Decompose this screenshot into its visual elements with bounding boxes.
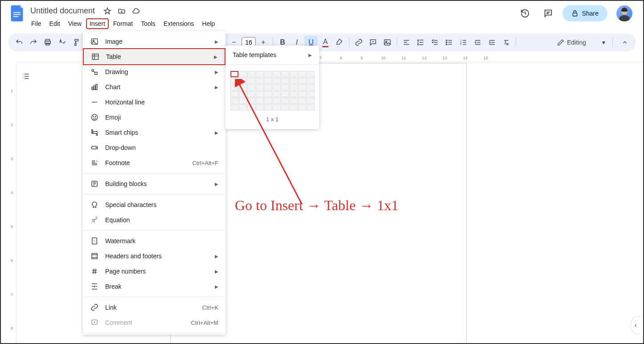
table-grid-cell[interactable] <box>239 98 247 104</box>
insert-building-blocks[interactable]: Building blocks▶ <box>83 176 226 191</box>
table-grid-cell[interactable] <box>247 104 255 111</box>
account-avatar[interactable] <box>616 5 632 21</box>
table-grid-cell[interactable] <box>298 84 306 91</box>
insert-chart[interactable]: Chart▶ <box>83 79 226 95</box>
table-grid-cell[interactable] <box>230 104 238 111</box>
table-grid-cell[interactable] <box>298 78 306 84</box>
table-grid-cell[interactable] <box>290 71 298 77</box>
insert-equation[interactable]: π2Equation <box>83 212 226 228</box>
insert-drop-down[interactable]: Drop-down <box>83 140 226 155</box>
side-panel-toggle[interactable]: ‹ <box>631 316 640 334</box>
table-grid-cell[interactable] <box>264 104 272 111</box>
table-size-grid[interactable] <box>226 67 319 114</box>
menu-insert[interactable]: Insert <box>86 18 109 29</box>
table-grid-cell[interactable] <box>281 71 289 77</box>
table-grid-cell[interactable] <box>256 84 264 91</box>
insert-horizontal-line[interactable]: Horizontal line <box>83 95 226 110</box>
insert-emoji[interactable]: Emoji <box>83 110 226 125</box>
table-grid-cell[interactable] <box>247 98 255 104</box>
history-icon[interactable] <box>516 4 534 22</box>
insert-page-numbers[interactable]: Page numbers▶ <box>83 264 226 279</box>
table-grid-cell[interactable] <box>230 91 238 97</box>
insert-special-characters[interactable]: Special characters <box>83 197 226 212</box>
table-grid-cell[interactable] <box>264 84 272 91</box>
table-grid-cell[interactable] <box>281 91 289 97</box>
table-grid-cell[interactable] <box>273 104 281 111</box>
table-grid-cell[interactable] <box>281 78 289 84</box>
table-grid-cell[interactable] <box>264 98 272 104</box>
table-grid-cell[interactable] <box>307 78 315 84</box>
table-grid-cell[interactable] <box>298 91 306 97</box>
print-button[interactable] <box>41 36 54 49</box>
insert-image[interactable]: Image▶ <box>83 34 226 49</box>
editing-mode-button[interactable]: Editing ▾ <box>553 36 610 49</box>
star-icon[interactable] <box>103 7 112 16</box>
table-grid-cell[interactable] <box>307 71 315 77</box>
table-grid-cell[interactable] <box>256 78 264 84</box>
clear-formatting-button[interactable] <box>500 36 513 49</box>
menu-edit[interactable]: Edit <box>46 18 64 29</box>
table-grid-cell[interactable] <box>273 84 281 91</box>
table-grid-cell[interactable] <box>290 84 298 91</box>
share-button[interactable]: Share <box>562 5 607 21</box>
table-templates-item[interactable]: Table templates ▶ <box>226 48 319 62</box>
table-grid-cell[interactable] <box>239 78 247 84</box>
highlight-button[interactable] <box>333 36 346 49</box>
text-color-button[interactable]: A <box>319 36 332 49</box>
table-grid-cell[interactable] <box>281 84 289 91</box>
insert-table[interactable]: Table▶ <box>83 48 226 65</box>
table-grid-cell[interactable] <box>307 98 315 104</box>
indent-increase-button[interactable] <box>485 36 499 49</box>
undo-button[interactable] <box>12 36 26 49</box>
table-grid-cell[interactable] <box>290 104 298 111</box>
redo-button[interactable] <box>27 36 40 49</box>
comments-icon[interactable] <box>539 4 557 22</box>
insert-link-button[interactable] <box>352 36 365 49</box>
cloud-status-icon[interactable] <box>131 7 140 16</box>
collapse-toolbar-button[interactable] <box>618 36 632 49</box>
table-grid-cell[interactable] <box>239 104 247 111</box>
table-grid-cell[interactable] <box>264 71 272 77</box>
align-button[interactable] <box>400 36 413 49</box>
outline-toggle-button[interactable] <box>19 69 33 83</box>
table-grid-cell[interactable] <box>273 91 281 97</box>
table-grid-cell[interactable] <box>247 91 255 97</box>
spellcheck-button[interactable] <box>55 36 69 49</box>
table-grid-cell[interactable] <box>307 84 315 91</box>
table-grid-cell[interactable] <box>256 98 264 104</box>
table-grid-cell[interactable] <box>307 104 315 111</box>
insert-link[interactable]: LinkCtrl+K <box>83 300 226 315</box>
insert-break[interactable]: Break▶ <box>83 279 226 294</box>
indent-decrease-button[interactable] <box>471 36 484 49</box>
table-grid-cell[interactable] <box>256 91 264 97</box>
docs-logo[interactable] <box>8 4 26 22</box>
table-grid-cell[interactable] <box>230 71 238 77</box>
menu-tools[interactable]: Tools <box>137 18 159 29</box>
insert-drawing[interactable]: Drawing▶ <box>83 64 226 79</box>
table-grid-cell[interactable] <box>273 78 281 84</box>
table-grid-cell[interactable] <box>273 98 281 104</box>
table-grid-cell[interactable] <box>281 104 289 111</box>
document-title[interactable]: Untitled document <box>28 5 98 17</box>
insert-footnote[interactable]: 1FootnoteCtrl+Alt+F <box>83 155 226 170</box>
table-grid-cell[interactable] <box>290 91 298 97</box>
table-grid-cell[interactable] <box>239 71 247 77</box>
table-grid-cell[interactable] <box>247 84 255 91</box>
menu-format[interactable]: Format <box>110 18 136 29</box>
table-grid-cell[interactable] <box>290 98 298 104</box>
menu-extensions[interactable]: Extensions <box>160 18 197 29</box>
table-grid-cell[interactable] <box>290 78 298 84</box>
move-icon[interactable] <box>117 7 126 16</box>
menu-help[interactable]: Help <box>198 18 218 29</box>
checklist-button[interactable] <box>428 36 442 49</box>
table-grid-cell[interactable] <box>256 71 264 77</box>
line-spacing-button[interactable] <box>414 36 427 49</box>
table-grid-cell[interactable] <box>307 91 315 97</box>
table-grid-cell[interactable] <box>264 78 272 84</box>
table-grid-cell[interactable] <box>264 91 272 97</box>
insert-comment-button[interactable] <box>366 36 380 49</box>
table-grid-cell[interactable] <box>256 104 264 111</box>
numbered-list-button[interactable]: 123 <box>457 36 470 49</box>
insert-image-button[interactable] <box>381 36 394 49</box>
table-grid-cell[interactable] <box>247 71 255 77</box>
